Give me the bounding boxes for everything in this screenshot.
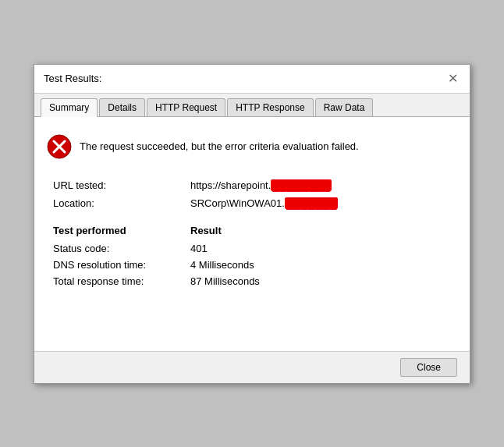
url-redacted: ████████ (271, 179, 332, 191)
location-redacted: ███████ (285, 197, 338, 209)
close-window-button[interactable]: ✕ (445, 71, 460, 87)
location-value: SRCorp\WinOWA01.███████ (190, 197, 457, 209)
test-performed-header: Test performed (53, 225, 178, 236)
dialog-footer: Close (34, 351, 470, 383)
results-header: Test performed Result (47, 225, 457, 236)
tab-content: The request succeeded, but the error cri… (34, 117, 470, 351)
dns-label: DNS resolution time: (53, 259, 178, 271)
status-code-value: 401 (190, 243, 457, 254)
dialog-title: Test Results: (44, 73, 101, 84)
tab-http-response[interactable]: HTTP Response (227, 98, 313, 116)
tab-raw-data[interactable]: Raw Data (315, 98, 374, 116)
dns-value: 4 Milliseconds (190, 259, 457, 271)
error-icon (47, 134, 72, 159)
results-grid: Status code: 401 DNS resolution time: 4 … (47, 243, 457, 287)
dialog: Test Results: ✕ Summary Details HTTP Req… (34, 64, 470, 384)
tab-http-request[interactable]: HTTP Request (147, 98, 225, 116)
url-label: URL tested: (53, 179, 178, 191)
url-info-grid: URL tested: https://sharepoint.████████ … (47, 179, 457, 209)
close-dialog-button[interactable]: Close (400, 358, 457, 377)
tab-bar: Summary Details HTTP Request HTTP Respon… (34, 94, 470, 117)
error-message: The request succeeded, but the error cri… (80, 140, 359, 152)
response-value: 87 Milliseconds (190, 275, 457, 287)
result-header: Result (190, 225, 457, 236)
location-label: Location: (53, 197, 178, 209)
status-code-label: Status code: (53, 243, 178, 254)
response-label: Total response time: (53, 275, 178, 287)
url-value: https://sharepoint.████████ (190, 179, 457, 191)
title-bar: Test Results: ✕ (34, 65, 470, 94)
tab-details[interactable]: Details (99, 98, 145, 116)
error-banner: The request succeeded, but the error cri… (47, 129, 457, 164)
tab-summary[interactable]: Summary (41, 98, 98, 117)
